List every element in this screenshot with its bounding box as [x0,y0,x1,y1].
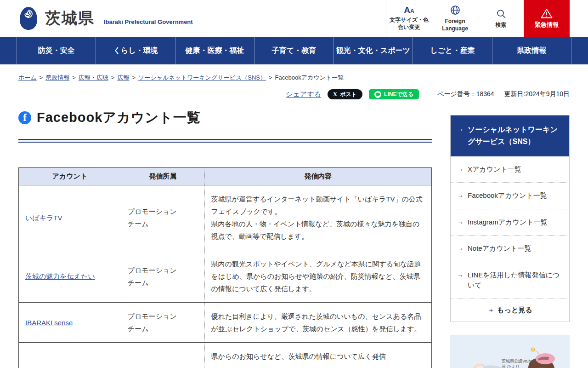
site-subtitle: Ibaraki Prefectural Government [104,18,193,25]
breadcrumb-current: Facebookアカウント一覧 [275,74,344,81]
sidebar-item-label: LINEを活用した情報発信について [468,270,563,291]
arrow-icon: → [457,270,464,291]
line-share-label: LINEで送る [384,91,413,98]
description-cell: 優れた目利きにより、厳選された茨城のいいもの、センスある名品が並ぶセレクトショッ… [204,303,431,343]
line-share-button[interactable]: LINEで送る [369,89,419,99]
page-meta: ページ番号：18364 更新日:2024年9月10日 [437,90,570,98]
description-cell: 県内の観光スポットやイベント、グルメなど本県に関する旬な話題をはじめ、県からのお… [204,250,431,303]
nav-item-disaster-safety[interactable]: 防災・安全 [17,37,96,64]
x-logo-icon: X [333,91,337,98]
table-row: いばキラTV プロモーション チーム 茨城県が運営するインターネット動画サイト「… [19,185,432,250]
description-cell: 茨城県が運営するインターネット動画サイト「いばキラTV」の公式フェイスブックです… [204,185,431,250]
search-icon [496,8,507,19]
account-link-ibaraki-sense[interactable]: IBARAKI sense [25,319,73,327]
see-more-label: もっと見る [497,306,532,314]
mascot-caption-line2: 茨 ひより [502,364,520,368]
breadcrumb-kouhou-kouchou[interactable]: 広報・広聴 [79,74,108,81]
sidebar-item-line-info[interactable]: → LINEを活用した情報発信について [451,262,569,299]
sidebar-header-label: ソーシャルネットワーキングサービス（SNS） [468,124,563,148]
sidebar-item-label: Noteアカウント一覧 [468,243,531,254]
emergency-info-button[interactable]: 緊急情報 [524,0,570,37]
breadcrumb-separator: > [72,74,76,81]
sidebar-item-label: Facebookアカウント一覧 [468,190,547,201]
nav-item-childcare-education[interactable]: 子育て・教育 [254,37,333,64]
breadcrumb-separator: > [132,74,136,81]
mascot-caption-line1: 茨城県公認Vtuber [502,359,535,363]
plus-icon: ＋ [487,306,494,314]
nav-item-living-environment[interactable]: くらし・環境 [96,37,175,64]
facebook-icon: f [18,111,31,124]
breadcrumb: ホーム>県政情報>広報・広聴>広報>ソーシャルネットワーキングサービス（SNS）… [0,64,588,82]
main-column: f Facebookアカウント一覧 アカウント 発信所属 発信内容 いばキラTV… [18,99,432,368]
header-tools: AA 文字サイズ・色合い変更 Foreign Language 検索 [386,0,570,37]
search-button[interactable]: 検索 [478,0,524,37]
sidebar-item-facebook-accounts[interactable]: → Facebookアカウント一覧 [451,182,569,209]
arrow-icon: → [457,190,464,201]
page-title-text: Facebookアカウント一覧 [37,109,201,127]
globe-icon [450,5,461,16]
table-header-row: アカウント 発信所属 発信内容 [19,168,432,185]
site-logo-link[interactable]: 茨城県 Ibaraki Prefectural Government [0,0,193,37]
facebook-accounts-table: アカウント 発信所属 発信内容 いばキラTV プロモーション チーム 茨城県が運… [18,167,432,368]
column-header-account: アカウント [19,168,121,185]
breadcrumb-home[interactable]: ホーム [18,74,37,81]
description-cell: 県からのお知らせなど、茨城県の情報について広く発信 [204,343,431,368]
nav-item-work-industry[interactable]: しごと・産業 [413,37,492,64]
breadcrumb-kouhou[interactable]: 広報 [117,74,129,81]
breadcrumb-prefectural-info[interactable]: 県政情報 [45,74,69,81]
table-row: 茨城の魅力を伝えたい プロモーション チーム 県内の観光スポットやイベント、グル… [19,250,432,303]
site-header: 茨城県 Ibaraki Prefectural Government AA 文字… [0,0,588,37]
nav-item-tourism-culture-sports[interactable]: 観光・文化・スポーツ [334,37,413,64]
nav-item-prefectural-info[interactable]: 県政情報 [492,37,571,64]
font-size-icon: AA [404,6,414,14]
font-size-color-button[interactable]: AA 文字サイズ・色合い変更 [386,0,432,37]
page-number: ページ番号：18364 [437,90,494,98]
warning-triangle-icon [540,8,553,19]
sidebar-item-label: Xアカウント一覧 [468,164,521,175]
affiliation-cell: プロモーション チーム [121,250,204,303]
x-post-button[interactable]: X ポスト [328,89,362,99]
site-name: 茨城県 [45,8,95,29]
mascot-banner[interactable]: 茨城県公認Vtuber 茨 ひより [450,335,570,368]
search-label: 検索 [496,22,507,29]
arrow-icon: → [457,124,464,148]
share-row: シェアする X ポスト LINEで送る ページ番号：18364 更新日:2024… [0,89,588,99]
affiliation-cell: プロモーション チーム [121,303,204,343]
foreign-language-button[interactable]: Foreign Language [432,0,478,37]
sidebar-item-x-accounts[interactable]: → Xアカウント一覧 [451,156,569,183]
arrow-icon: → [457,243,464,254]
line-icon [374,91,381,98]
foreign-language-label: Foreign Language [436,18,475,32]
share-link[interactable]: シェアする [286,90,321,99]
breadcrumb-sns[interactable]: ソーシャルネットワーキングサービス（SNS） [138,74,266,81]
breadcrumb-separator: > [40,74,43,81]
emergency-label: 緊急情報 [535,21,559,29]
affiliation-cell [121,343,204,368]
arrow-icon: → [457,217,464,228]
see-more-button[interactable]: ＋もっと見る [451,299,569,322]
column-header-affiliation: 発信所属 [121,168,204,185]
affiliation-cell: プロモーション チーム [121,185,204,250]
x-post-label: ポスト [340,91,357,98]
table-row: IBARAKI sense プロモーション チーム 優れた目利きにより、厳選され… [19,303,432,343]
sidebar-item-instagram-accounts[interactable]: → Instagramアカウント一覧 [451,209,569,236]
updated-date: 更新日:2024年9月10日 [504,90,570,98]
column-header-content: 発信内容 [204,168,431,185]
breadcrumb-separator: > [111,74,115,81]
sidebar-item-note-accounts[interactable]: → Noteアカウント一覧 [451,235,569,262]
page-title: f Facebookアカウント一覧 [18,109,432,127]
ibaraki-rose-logo-icon [18,6,39,30]
account-link-ibakira-tv[interactable]: いばキラTV [25,214,62,222]
sns-menu-box: → ソーシャルネットワーキングサービス（SNS） → Xアカウント一覧 → Fa… [450,115,570,322]
font-size-label: 文字サイズ・色合い変更 [388,17,430,31]
title-divider [18,139,432,143]
arrow-icon: → [457,164,464,175]
sidebar: → ソーシャルネットワーキングサービス（SNS） → Xアカウント一覧 → Fa… [450,115,570,368]
nav-item-health-medical-welfare[interactable]: 健康・医療・福祉 [175,37,254,64]
global-nav: 防災・安全 くらし・環境 健康・医療・福祉 子育て・教育 観光・文化・スポーツ … [0,37,588,64]
sidebar-item-label: Instagramアカウント一覧 [468,217,547,228]
account-link-ibaraki-miryoku[interactable]: 茨城の魅力を伝えたい [25,272,95,280]
table-row: 県からのお知らせなど、茨城県の情報について広く発信 [19,343,432,368]
sidebar-item-sns-top[interactable]: → ソーシャルネットワーキングサービス（SNS） [451,115,569,156]
breadcrumb-separator: > [269,74,272,81]
